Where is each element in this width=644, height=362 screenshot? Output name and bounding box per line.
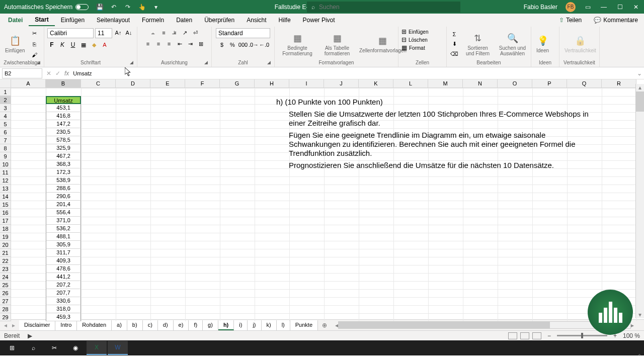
menu-seitenlayout[interactable]: Seitenlayout [91,15,136,26]
cell-b18[interactable]: 536,2 [46,225,81,233]
wrap-text-icon[interactable]: ⏎ [191,28,200,37]
cell-b4[interactable]: 416,8 [46,112,81,120]
taskbar-obs-icon[interactable]: ◉ [65,341,86,355]
sheet-tab-Disclaimer[interactable]: Disclaimer [19,320,55,330]
menu-power-pivot[interactable]: Power Pivot [297,15,341,26]
column-headers[interactable]: ABCDEFGHIJKLMNOPQR [11,79,636,88]
copy-icon[interactable]: ⎘ [30,40,39,49]
touch-icon[interactable]: 👆 [138,3,146,11]
sheet-tab-l[interactable]: l) [277,320,290,330]
cell-b28[interactable]: 318,0 [46,305,81,313]
cell-b10[interactable]: 368,3 [46,160,81,168]
increase-font-icon[interactable]: A↑ [114,28,123,37]
cut-icon[interactable]: ✂ [30,29,39,38]
align-bottom-icon[interactable]: ⫡ [170,28,179,37]
number-launcher[interactable]: ◢ [267,60,273,66]
search-box[interactable]: ⌕ [307,2,460,13]
decrease-font-icon[interactable]: A↓ [124,28,133,37]
cell-b24[interactable]: 441,2 [46,273,81,281]
menu-hilfe[interactable]: Hilfe [273,15,297,26]
italic-icon[interactable]: K [58,40,67,49]
cell-b25[interactable]: 207,2 [46,281,81,289]
cell-b15[interactable]: 201,4 [46,201,81,209]
format-as-table-button[interactable]: ▦Als Tabelle formatieren [320,31,354,57]
close-icon[interactable]: ✕ [632,3,640,11]
menu-uberprufen[interactable]: Überprüfen [198,15,240,26]
taskbar-snip-icon[interactable]: ✂ [44,341,64,355]
enter-fx-icon[interactable]: ✓ [55,70,60,77]
insert-cells-button[interactable]: ⊞Einfügen [401,28,428,35]
cell-b17[interactable]: 371,0 [46,217,81,225]
thousands-icon[interactable]: 000 [238,40,248,49]
cell-b16[interactable]: 556,4 [46,209,81,217]
vertical-scrollbar[interactable]: ▴ ▾ [635,84,644,318]
align-left-icon[interactable]: ≡ [143,39,152,48]
row-headers[interactable]: 1234567891011121314151617181920212223242… [0,88,11,321]
inc-decimal-icon[interactable]: .0→ [249,40,258,49]
conditional-formatting-button[interactable]: ▦Bedingte Formatierung [278,31,317,57]
cell-b14[interactable]: 290,6 [46,193,81,201]
cell-b5[interactable]: 147,2 [46,120,81,128]
font-color-icon[interactable]: A [100,40,109,49]
cell-b13[interactable]: 288,6 [46,185,81,193]
cell-b23[interactable]: 478,6 [46,265,81,273]
menu-einfugen[interactable]: Einfügen [55,15,91,26]
fx-icon[interactable]: fx [64,70,69,77]
bold-icon[interactable]: F [47,40,56,49]
page-break-icon[interactable] [532,332,541,339]
orientation-icon[interactable]: ↗ [181,28,190,37]
comments-button[interactable]: 💬 Kommentare [590,16,642,25]
sheet-tab-d[interactable]: d) [158,320,174,330]
redo-icon[interactable]: ↷ [124,3,132,11]
font-name-combo[interactable]: Calibri [47,28,94,38]
sheet-tab-Punkte[interactable]: Punkte [290,320,318,330]
customize-icon[interactable]: ▾ [152,3,160,11]
user-avatar[interactable]: FB [566,2,576,12]
sheet-tab-b[interactable]: b) [127,320,143,330]
menu-daten[interactable]: Daten [170,15,198,26]
number-format-combo[interactable]: Standard [216,28,270,38]
cell-b20[interactable]: 305,9 [46,241,81,249]
cell-b27[interactable]: 330,6 [46,297,81,305]
dec-indent-icon[interactable]: ⇤ [175,39,184,48]
paste-button[interactable]: 📋Einfügen [3,34,27,54]
dec-decimal-icon[interactable]: ←.0 [260,40,269,49]
align-top-icon[interactable]: ⫠ [149,28,158,37]
sheet-tab-j[interactable]: j) [248,320,261,330]
fill-icon[interactable]: ⬇ [450,40,459,49]
cell-b3[interactable]: 453,1 [46,104,81,112]
align-middle-icon[interactable]: ≡ [159,28,169,37]
cell-b9[interactable]: 467,2 [46,152,81,160]
cell-b26[interactable]: 207,7 [46,289,81,297]
cell-b6[interactable]: 230,5 [46,128,81,136]
sheet-tab-e[interactable]: e) [174,320,189,330]
zoom-slider[interactable] [557,335,607,336]
currency-icon[interactable]: $ [217,40,226,49]
align-right-icon[interactable]: ≡ [165,39,174,48]
cancel-fx-icon[interactable]: ✕ [46,70,51,77]
font-launcher[interactable]: ◢ [130,60,136,66]
sheet-tab-Intro[interactable]: Intro [55,320,77,330]
format-cells-button[interactable]: ▦Format [401,44,425,51]
new-sheet-button[interactable]: ⊕ [318,321,331,330]
percent-icon[interactable]: % [228,40,237,49]
sheet-tab-i[interactable]: i) [234,320,248,330]
sum-icon[interactable]: Σ [450,30,459,39]
border-icon[interactable]: ▦ [79,40,88,49]
grid-body[interactable]: Umsatz453,1416,8147,2230,5578,5325,9467,… [11,88,644,321]
underline-icon[interactable]: U [68,40,77,49]
cell-b12[interactable]: 538,9 [46,176,81,185]
clear-icon[interactable]: ⌫ [450,50,459,59]
sheet-tab-h[interactable]: h) [218,320,234,330]
font-size-combo[interactable]: 11 [95,28,112,38]
find-select-button[interactable]: 🔍Suchen und Auswählen [497,31,528,57]
name-box[interactable] [2,68,42,78]
auto-save-toggle[interactable] [75,4,89,10]
sheet-tab-c[interactable]: c) [143,320,158,330]
alignment-launcher[interactable]: ◢ [204,60,210,66]
clipboard-launcher[interactable]: ◢ [37,60,43,66]
taskbar-search-icon[interactable]: ⌕ [23,341,43,355]
zoom-level[interactable]: 100 % [623,332,640,339]
undo-icon[interactable]: ↶ [110,3,118,11]
start-menu-icon[interactable]: ⊞ [2,341,22,355]
